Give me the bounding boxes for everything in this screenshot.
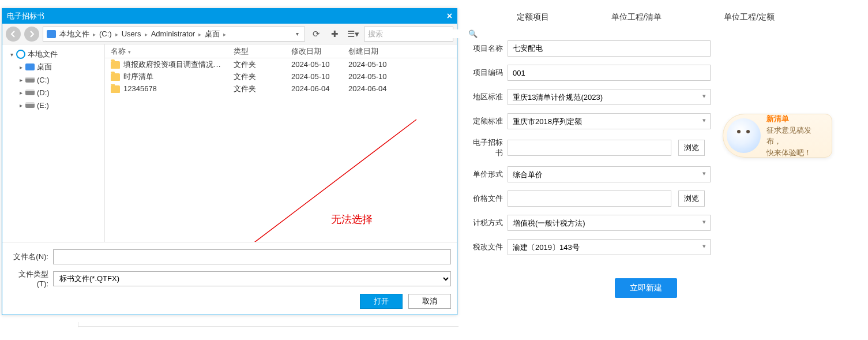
notification-title: 新清单 [766, 113, 826, 125]
chevron-right-icon: ▸ [145, 31, 148, 38]
project-code-label: 项目编码 [468, 68, 508, 78]
tree-twisty-icon: ▾ [8, 51, 15, 58]
tab-unit-quota[interactable]: 单位工程/定额 [724, 9, 775, 26]
dialog-footer: 文件名(N): 文件类型(T): 标书文件(*.QTFX) 打开 取消 [2, 242, 457, 315]
col-header-created[interactable]: 创建日期 [343, 46, 400, 57]
list-item[interactable]: 时序清单 文件夹 2024-05-10 2024-05-10 [105, 70, 457, 83]
file-created: 2024-06-04 [343, 84, 400, 93]
view-options-button[interactable]: ☰▾ [345, 27, 360, 42]
file-type: 文件夹 [228, 72, 285, 82]
tree-item-label: 本地文件 [28, 49, 58, 59]
folder-icon [111, 85, 120, 93]
region-std-select[interactable]: 重庆13清单计价规范(2023) [508, 89, 711, 105]
search-icon[interactable]: 🔍 [468, 29, 478, 38]
monitor-icon [25, 63, 35, 70]
quota-std-label: 定额标准 [468, 116, 508, 126]
dialog-close-button[interactable]: × [447, 12, 452, 21]
project-code-input[interactable] [508, 65, 711, 81]
tree-item[interactable]: ▾ 本地文件 [5, 48, 102, 61]
price-file-input[interactable] [508, 190, 671, 207]
clock-icon [16, 50, 25, 58]
tree-item[interactable]: ▸ (C:) [5, 73, 102, 86]
filetype-select[interactable]: 标书文件(*.QTFX) [53, 271, 451, 286]
tax-method-label: 计税方式 [468, 218, 508, 228]
new-list-notification[interactable]: 新清单 征求意见稿发布， 快来体验吧！ [723, 114, 832, 158]
filetype-label: 文件类型(T): [8, 269, 53, 288]
tax-method-select[interactable]: 增值税(一般计税方法) [508, 215, 711, 231]
create-now-button[interactable]: 立即新建 [615, 278, 677, 298]
tab-quota-project[interactable]: 定额项目 [517, 9, 549, 26]
open-button[interactable]: 打开 [360, 294, 403, 309]
col-header-type[interactable]: 类型 [228, 46, 285, 57]
cancel-button[interactable]: 取消 [408, 294, 451, 309]
breadcrumb-segment[interactable]: Administrator [151, 29, 196, 38]
notification-body-line1: 征求意见稿发布， [766, 125, 826, 147]
chevron-right-icon: ▸ [223, 31, 226, 38]
notification-text: 新清单 征求意见稿发布， 快来体验吧！ [766, 113, 826, 158]
arrow-right-icon [28, 31, 35, 38]
tree-item-label: 桌面 [37, 62, 52, 72]
quota-std-select[interactable]: 重庆市2018序列定额 [508, 113, 711, 129]
filename-input[interactable] [53, 249, 451, 264]
file-type: 文件夹 [228, 59, 285, 70]
list-item[interactable]: 12345678 文件夹 2024-06-04 2024-06-04 [105, 83, 457, 95]
drive-icon [25, 77, 35, 83]
notification-body-line2: 快来体验吧！ [766, 147, 826, 159]
list-item[interactable]: 填报政府投资项目调查情况表的... 文件夹 2024-05-10 2024-05… [105, 58, 457, 70]
breadcrumb-segment[interactable]: 本地文件 [59, 29, 89, 39]
dialog-title: 电子招标书 [7, 11, 44, 21]
breadcrumb-dropdown-icon[interactable]: ▾ [294, 31, 301, 37]
project-name-input[interactable] [508, 40, 711, 57]
search-input[interactable] [365, 29, 468, 38]
file-type: 文件夹 [228, 84, 285, 94]
drive-icon [25, 89, 35, 95]
tab-unit-list[interactable]: 单位工程/清单 [611, 9, 662, 26]
tree-item[interactable]: ▸ (D:) [5, 86, 102, 99]
tree-twisty-icon: ▸ [17, 77, 24, 83]
breadcrumb[interactable]: 本地文件▸(C:)▸Users▸Administrator▸桌面▸ ▾ [43, 27, 305, 42]
tree-item[interactable]: ▸ (E:) [5, 99, 102, 111]
price-file-browse-button[interactable]: 浏览 [678, 190, 705, 207]
ebid-browse-button[interactable]: 浏览 [678, 140, 705, 156]
tree-item[interactable]: ▸ 桌面 [5, 61, 102, 73]
ebid-input[interactable] [508, 140, 671, 156]
ebid-label: 电子招标书 [468, 137, 508, 158]
file-name: 12345678 [123, 84, 157, 93]
tree-twisty-icon: ▸ [17, 89, 24, 96]
refresh-button[interactable]: ⟳ [309, 27, 324, 42]
breadcrumb-segment[interactable]: (C:) [99, 29, 112, 38]
col-header-name[interactable]: 名称▾ [105, 46, 228, 57]
file-open-dialog: 电子招标书 × 本地文件▸(C:)▸Users▸Administrator▸桌面… [2, 8, 457, 315]
dialog-toolbar: 本地文件▸(C:)▸Users▸Administrator▸桌面▸ ▾ ⟳ ✚ … [2, 24, 457, 44]
computer-icon [47, 30, 56, 38]
folder-icon [111, 61, 120, 69]
breadcrumb-segment[interactable]: 桌面 [205, 29, 220, 39]
file-list-panel: 名称▾ 类型 修改日期 创建日期 填报政府投资项目调查情况表的... 文件夹 2… [105, 44, 457, 242]
region-std-label: 地区标准 [468, 92, 508, 102]
new-folder-button[interactable]: ✚ [327, 27, 342, 42]
breadcrumb-segment[interactable]: Users [122, 29, 141, 38]
tree-item-label: (E:) [37, 101, 49, 110]
file-modified: 2024-05-10 [285, 72, 343, 81]
chevron-right-icon: ▸ [93, 31, 96, 38]
nav-back-button[interactable] [6, 27, 21, 42]
chevron-right-icon: ▸ [198, 31, 201, 38]
tree-item-label: (C:) [37, 76, 50, 84]
filename-label: 文件名(N): [8, 252, 53, 262]
sort-indicator-icon: ▾ [128, 49, 131, 55]
price-form-select[interactable]: 综合单价 [508, 166, 711, 182]
file-name: 时序清单 [123, 72, 153, 81]
nav-forward-button[interactable] [24, 27, 39, 42]
file-list-rows: 填报政府投资项目调查情况表的... 文件夹 2024-05-10 2024-05… [105, 58, 457, 242]
folder-icon [111, 73, 120, 81]
folder-tree-panel: ▾ 本地文件▸ 桌面▸ (C:)▸ (D:)▸ ( [2, 44, 105, 242]
mascot-avatar-icon [727, 118, 761, 153]
tree-twisty-icon: ▸ [17, 64, 24, 70]
project-form-panel: 定额项目 单位工程/清单 单位工程/定额 项目名称 项目编码 地区标准 重庆13… [463, 0, 829, 332]
col-header-modified[interactable]: 修改日期 [285, 46, 343, 57]
file-created: 2024-05-10 [343, 72, 400, 81]
tax-doc-select[interactable]: 渝建〔2019〕143号 [508, 239, 711, 255]
price-form-label: 单价形式 [468, 169, 508, 180]
file-name: 填报政府投资项目调查情况表的... [123, 60, 228, 69]
tree-item-label: (D:) [37, 88, 50, 97]
